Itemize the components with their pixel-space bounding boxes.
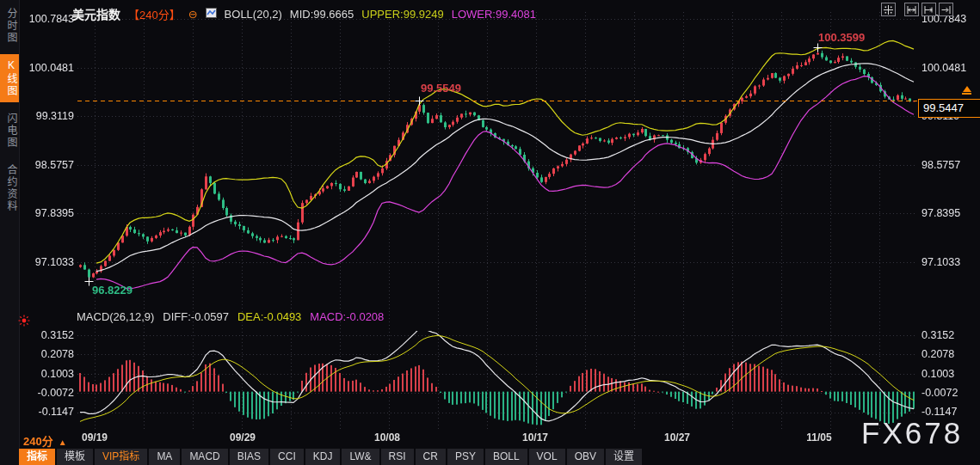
y-axis-label: 100.0481 [921, 61, 977, 75]
triangle-up-icon: ▲ [59, 437, 67, 447]
period-selector-label: 240分 [23, 435, 53, 448]
instrument-name: 美元指数 [72, 5, 120, 22]
toolbar-item-vol[interactable]: VOL [529, 449, 565, 465]
chart-app-window: 分时图 K线图 闪电图 合约资料 美元指数 【240分】 ⊖ BOLL(20,2… [0, 0, 980, 465]
toolbar-item-macd[interactable]: MACD [182, 449, 227, 465]
macd-axis-label: 0.3152 [26, 328, 74, 342]
boll-params: BOLL(20,2) [225, 8, 282, 21]
x-axis-date: 10/08 [365, 431, 410, 444]
chart-toolbar-top-right [881, 3, 956, 16]
swing-low-label: 96.8229 [92, 284, 133, 297]
indicator-toolbar: 指标 模板 VIP指标 MA MACD BIAS CCI KDJ LW& RSI… [19, 449, 642, 465]
period-label: 【240分】 [128, 6, 181, 22]
y-axis-label: 98.5757 [26, 158, 74, 172]
swing-high-label: 99.5549 [421, 82, 461, 95]
y-axis-label: 97.1033 [26, 255, 74, 269]
macd-params: MACD(26,12,9) [77, 310, 154, 323]
swing-high-label: 100.3599 [818, 31, 865, 44]
x-axis-date: 09/19 [72, 431, 117, 444]
y-axis-label: 98.5757 [921, 158, 977, 172]
sidebar: 分时图 K线图 闪电图 合约资料 [0, 0, 20, 465]
expand-horizontal-icon[interactable] [921, 3, 936, 16]
macd-header: MACD(26,12,9) DIFF:-0.0597 DEA:-0.0493 M… [77, 310, 384, 323]
indicator-alert-icon[interactable] [18, 315, 30, 327]
macd-axis-label: -0.0072 [26, 386, 74, 400]
brand-watermark: FX678 [861, 416, 963, 450]
y-axis-label: 97.1033 [921, 255, 977, 269]
boll-mid-value: MID:99.6665 [290, 8, 354, 21]
toolbar-item-bias[interactable]: BIAS [230, 449, 268, 465]
chart-type-icon[interactable] [206, 8, 217, 21]
macd-axis-label: -0.1147 [26, 405, 74, 419]
macd-axis-label: 0.3152 [921, 328, 977, 342]
toolbar-item-template[interactable]: 模板 [57, 449, 93, 465]
toolbar-item-vip-indicator[interactable]: VIP指标 [95, 449, 147, 465]
toolbar-item-kdj[interactable]: KDJ [305, 449, 341, 465]
y-axis-label: 97.8395 [921, 206, 977, 220]
x-axis-date: 09/29 [220, 431, 265, 444]
y-axis-label: 100.0481 [26, 61, 74, 75]
toolbar-item-ma[interactable]: MA [149, 449, 180, 465]
x-axis-date: 10/17 [513, 431, 558, 444]
y-axis-label: 100.7843 [26, 12, 74, 26]
x-axis-date: 10/27 [655, 431, 700, 444]
toolbar-item-obv[interactable]: OBV [567, 449, 604, 465]
toolbar-item-settings[interactable]: 设置 [606, 449, 642, 465]
macd-axis-label: 0.2078 [921, 347, 977, 361]
jump-to-latest-icon[interactable] [961, 86, 972, 95]
toolbar-item-cci[interactable]: CCI [270, 449, 304, 465]
macd-dea-value: DEA:-0.0493 [237, 310, 301, 323]
last-price-box: 99.5447 [918, 99, 980, 118]
pan-right-icon[interactable] [939, 3, 953, 16]
collapse-icon[interactable]: ⊖ [188, 9, 198, 20]
period-selector[interactable]: 240分▲ [23, 432, 67, 449]
macd-axis-label: -0.0072 [921, 386, 977, 400]
boll-upper-value: UPPER:99.9249 [361, 8, 443, 21]
macd-axis-label: 0.2078 [26, 347, 74, 361]
chart-header: 美元指数 【240分】 ⊖ BOLL(20,2) MID:99.6665 UPP… [72, 5, 536, 22]
toolbar-item-psy[interactable]: PSY [447, 449, 484, 465]
macd-axis-label: 0.1003 [921, 367, 977, 381]
toolbar-item-cr[interactable]: CR [416, 449, 446, 465]
sidebar-item-time-chart[interactable]: 分时图 [0, 3, 19, 49]
toolbar-item-rsi[interactable]: RSI [381, 449, 414, 465]
x-axis-date: 11/05 [797, 431, 841, 444]
macd-axis-label: 0.1003 [26, 367, 74, 381]
sidebar-item-flash-chart[interactable]: 闪电图 [0, 107, 19, 154]
price-chart-canvas[interactable] [0, 0, 980, 465]
macd-hist-value: MACD:-0.0208 [310, 310, 384, 323]
sidebar-item-kline-chart[interactable]: K线图 [0, 54, 19, 102]
toolbar-item-boll[interactable]: BOLL [485, 449, 527, 465]
y-axis-label: 99.3119 [26, 109, 74, 123]
toolbar-item-indicator[interactable]: 指标 [19, 449, 55, 465]
toolbar-item-lwr[interactable]: LW& [342, 449, 379, 465]
macd-diff-value: DIFF:-0.0597 [163, 310, 229, 323]
y-axis-label: 97.8395 [26, 206, 74, 220]
sidebar-item-contract-info[interactable]: 合约资料 [0, 159, 19, 217]
boll-lower-value: LOWER:99.4081 [452, 8, 536, 21]
crosshair-icon[interactable] [881, 3, 896, 16]
compress-horizontal-icon[interactable] [904, 3, 919, 16]
